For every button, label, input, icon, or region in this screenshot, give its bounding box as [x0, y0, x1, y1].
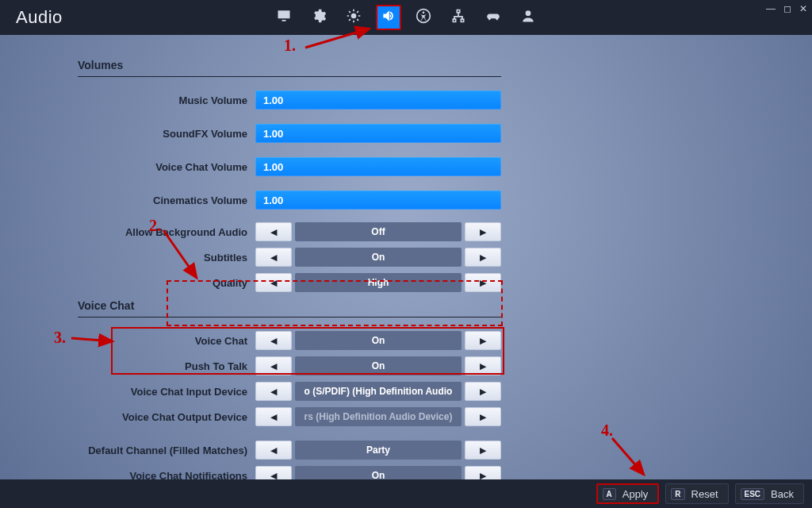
row-music-volume: Music Volume 1.00	[78, 88, 501, 112]
row-default-channel: Default Channel (Filled Matches) ◀ Party…	[78, 438, 501, 462]
row-cinematics-volume: Cinematics Volume 1.00	[78, 188, 501, 212]
label: Voice Chat Volume	[78, 161, 255, 173]
next-button[interactable]: ▶	[465, 248, 501, 267]
settings-page: Volumes Music Volume 1.00 SoundFX Volume…	[0, 35, 812, 479]
label: SoundFX Volume	[78, 128, 255, 140]
label: Voice Chat Output Device	[78, 411, 255, 423]
window-controls: — ◻ ✕	[766, 3, 807, 14]
label: Voice Chat Input Device	[78, 386, 255, 398]
bottom-bar: A Apply R Reset ESC Back	[0, 479, 812, 508]
tab-display[interactable]	[271, 5, 297, 30]
value-output-device[interactable]: rs (High Definition Audio Device)	[295, 407, 462, 426]
next-button[interactable]: ▶	[465, 382, 501, 401]
label: Voice Chat	[78, 335, 255, 347]
key-hint: R	[671, 488, 684, 500]
person-icon	[520, 8, 536, 27]
value-default-channel[interactable]: Party	[295, 441, 462, 460]
label: Allow Background Audio	[78, 226, 255, 238]
prev-button[interactable]: ◀	[255, 273, 292, 292]
next-button[interactable]: ▶	[465, 331, 501, 350]
settings-tabs	[271, 5, 541, 30]
tab-input[interactable]	[446, 5, 471, 30]
value-subtitles[interactable]: On	[295, 248, 462, 267]
row-voice-volume: Voice Chat Volume 1.00	[78, 155, 501, 179]
tab-brightness[interactable]	[341, 5, 366, 30]
label: Cinematics Volume	[78, 194, 255, 206]
button-label: Apply	[622, 488, 649, 500]
section-title-volumes: Volumes	[78, 59, 501, 71]
window-maximize-icon[interactable]: ◻	[783, 3, 791, 14]
accessibility-icon	[416, 8, 431, 27]
slider-music-volume[interactable]: 1.00	[255, 90, 501, 110]
slider-cinematics-volume[interactable]: 1.00	[255, 190, 501, 210]
section-rule	[78, 76, 501, 77]
slider-soundfx-volume[interactable]: 1.00	[255, 124, 501, 143]
row-subtitles: Subtitles ◀ On ▶	[78, 245, 501, 269]
row-input-device: Voice Chat Input Device ◀ o (S/PDIF) (Hi…	[78, 379, 501, 403]
brightness-icon	[346, 8, 362, 27]
tab-account[interactable]	[515, 5, 541, 30]
value-bg-audio[interactable]: Off	[295, 222, 462, 241]
row-bg-audio: Allow Background Audio ◀ Off ▶	[78, 220, 501, 244]
svg-point-3	[526, 10, 531, 16]
row-soundfx-volume: SoundFX Volume 1.00	[78, 121, 501, 145]
key-hint: A	[603, 488, 616, 500]
value-voice-chat[interactable]: On	[295, 331, 462, 350]
label: Subtitles	[78, 252, 255, 264]
prev-button[interactable]: ◀	[255, 331, 292, 350]
apply-button[interactable]: A Apply	[596, 483, 660, 504]
tab-controller[interactable]	[481, 5, 506, 30]
prev-button[interactable]: ◀	[255, 441, 292, 460]
row-output-device: Voice Chat Output Device ◀ rs (High Defi…	[78, 405, 501, 429]
label: Music Volume	[78, 94, 255, 106]
row-voice-chat: Voice Chat ◀ On ▶	[78, 329, 501, 352]
next-button[interactable]: ▶	[465, 273, 501, 292]
svg-point-0	[351, 13, 357, 19]
label: Quality	[78, 277, 255, 289]
top-bar: Audio — ◻ ✕	[0, 0, 812, 35]
tab-game[interactable]	[306, 5, 331, 30]
monitor-icon	[276, 8, 292, 27]
value-quality[interactable]: High	[295, 273, 462, 292]
svg-point-2	[423, 12, 425, 14]
section-rule	[78, 317, 501, 318]
row-push-to-talk: Push To Talk ◀ On ▶	[78, 354, 501, 378]
prev-button[interactable]: ◀	[255, 222, 292, 241]
next-button[interactable]: ▶	[465, 222, 501, 241]
prev-button[interactable]: ◀	[255, 356, 292, 375]
section-title-voicechat: Voice Chat	[78, 299, 501, 312]
next-button[interactable]: ▶	[465, 407, 501, 426]
gamepad-icon	[485, 8, 501, 27]
button-label: Back	[771, 488, 794, 500]
prev-button[interactable]: ◀	[255, 248, 292, 267]
gear-icon	[311, 8, 327, 27]
label: Default Channel (Filled Matches)	[78, 444, 255, 456]
hierarchy-icon	[450, 8, 466, 27]
tab-accessibility[interactable]	[411, 5, 436, 30]
prev-button[interactable]: ◀	[255, 407, 292, 426]
settings-column: Volumes Music Volume 1.00 SoundFX Volume…	[78, 48, 501, 489]
slider-voice-volume[interactable]: 1.00	[255, 157, 501, 176]
label: Push To Talk	[78, 360, 255, 372]
value-ptt[interactable]: On	[295, 356, 462, 375]
value-input-device[interactable]: o (S/PDIF) (High Definition Audio	[295, 382, 462, 401]
tab-audio[interactable]	[376, 5, 401, 30]
key-hint: ESC	[741, 488, 765, 500]
back-button[interactable]: ESC Back	[735, 483, 804, 504]
speaker-icon	[381, 8, 396, 27]
reset-button[interactable]: R Reset	[665, 483, 728, 504]
prev-button[interactable]: ◀	[255, 382, 292, 401]
row-quality: Quality ◀ High ▶	[78, 271, 501, 294]
window-minimize-icon[interactable]: —	[766, 3, 776, 14]
next-button[interactable]: ▶	[465, 441, 501, 460]
page-title: Audio	[16, 7, 63, 28]
next-button[interactable]: ▶	[465, 356, 501, 375]
window-close-icon[interactable]: ✕	[799, 3, 807, 14]
button-label: Reset	[691, 488, 718, 500]
